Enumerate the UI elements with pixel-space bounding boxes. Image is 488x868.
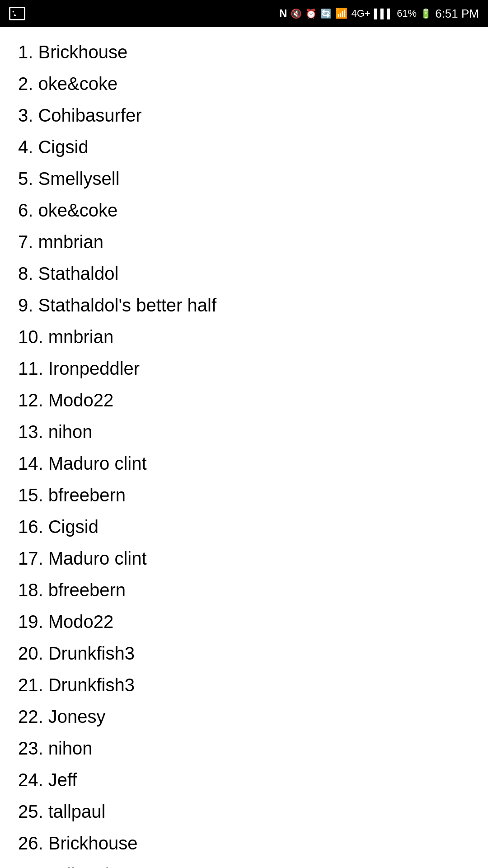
list-item: 6. oke&coke	[18, 194, 470, 226]
list-item: 3. Cohibasurfer	[18, 99, 470, 131]
list-item: 22. Jonesy	[18, 701, 470, 732]
list-item: 19. Modo22	[18, 606, 470, 637]
list-item: 2. oke&coke	[18, 68, 470, 99]
network-label: 4G+	[351, 8, 370, 19]
list-item: 10. mnbrian	[18, 321, 470, 353]
status-bar: N 🔇 ⏰ 🔄 📶 4G+ ▌▌▌ 61% 🔋 6:51 PM	[0, 0, 488, 27]
list-item: 18. bfreebern	[18, 574, 470, 606]
battery-icon: 🔋	[420, 8, 432, 19]
ranked-list: 1. Brickhouse2. oke&coke3. Cohibasurfer4…	[18, 36, 470, 868]
list-item: 15. bfreebern	[18, 479, 470, 511]
list-item: 7. mnbrian	[18, 226, 470, 258]
list-item: 1. Brickhouse	[18, 36, 470, 68]
sync-icon: 🔄	[320, 8, 332, 19]
list-item: 27. Tallpaul	[18, 859, 470, 868]
list-item: 17. Maduro clint	[18, 542, 470, 574]
list-item: 4. Cigsid	[18, 131, 470, 163]
main-content: 1. Brickhouse2. oke&coke3. Cohibasurfer4…	[0, 27, 488, 868]
status-bar-left	[9, 7, 25, 20]
clock: 6:51 PM	[435, 7, 479, 21]
nfc-icon: N	[279, 7, 287, 20]
list-item: 12. Modo22	[18, 384, 470, 416]
list-item: 21. Drunkfish3	[18, 669, 470, 701]
mute-icon: 🔇	[291, 8, 302, 19]
list-item: 11. Ironpeddler	[18, 353, 470, 384]
list-item: 23. nihon	[18, 732, 470, 764]
signal-icon: ▌▌▌	[374, 9, 394, 19]
list-item: 20. Drunkfish3	[18, 637, 470, 669]
list-item: 9. Stathaldol's better half	[18, 289, 470, 321]
status-bar-right: N 🔇 ⏰ 🔄 📶 4G+ ▌▌▌ 61% 🔋 6:51 PM	[279, 7, 479, 21]
list-item: 25. tallpaul	[18, 796, 470, 827]
list-item: 8. Stathaldol	[18, 258, 470, 289]
battery-percent: 61%	[397, 8, 417, 19]
list-item: 24. Jeff	[18, 764, 470, 796]
list-item: 26. Brickhouse	[18, 827, 470, 859]
wifi-icon: 📶	[335, 8, 347, 19]
list-item: 5. Smellysell	[18, 163, 470, 194]
alarm-icon: ⏰	[305, 8, 317, 19]
list-item: 16. Cigsid	[18, 511, 470, 542]
gallery-icon	[9, 7, 25, 20]
list-item: 14. Maduro clint	[18, 448, 470, 479]
list-item: 13. nihon	[18, 416, 470, 448]
